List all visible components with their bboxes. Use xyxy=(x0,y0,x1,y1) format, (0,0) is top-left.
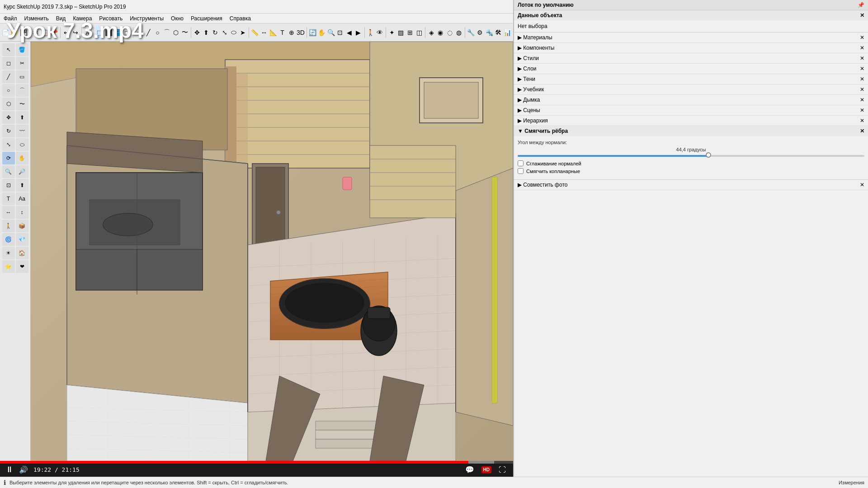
tb-followme[interactable]: ➤ xyxy=(238,26,247,39)
tb-copy[interactable]: 📋 xyxy=(40,26,49,39)
tb-erase[interactable]: ◻ xyxy=(123,26,132,39)
tb-ruby4[interactable]: 🛠 xyxy=(494,26,503,39)
lt-sun[interactable]: ☀ xyxy=(2,247,15,259)
tb-cut[interactable]: ✂ xyxy=(31,26,40,39)
lt-gem[interactable]: 💎 xyxy=(16,233,28,246)
tb-arc[interactable]: ⌒ xyxy=(162,26,171,39)
lt-orbit[interactable]: ⟳ xyxy=(2,152,15,164)
tb-rectangle[interactable]: ▭ xyxy=(135,26,144,39)
panel-pin-icon[interactable]: 📌 xyxy=(858,2,864,8)
section-materials-close[interactable]: ✕ xyxy=(860,34,864,41)
tb-select[interactable]: ⬚ xyxy=(95,26,104,39)
lt-eraser[interactable]: ◻ xyxy=(2,57,15,70)
tb-standard1[interactable]: ◈ xyxy=(427,26,436,39)
section-components-close[interactable]: ✕ xyxy=(860,45,864,51)
tb-freehand[interactable]: 〜 xyxy=(180,26,189,39)
section-layers-close[interactable]: ✕ xyxy=(860,66,864,72)
tb-open[interactable]: 📂 xyxy=(10,26,19,39)
section-fog[interactable]: ▶ Дымка ✕ xyxy=(514,95,868,105)
fullscreen-button[interactable]: ⛶ xyxy=(497,464,508,476)
tb-print[interactable]: 🖨 xyxy=(83,26,92,39)
menu-file[interactable]: Файл xyxy=(0,14,21,23)
lt-zoom[interactable]: 🔍 xyxy=(2,165,15,178)
tb-line[interactable]: ╱ xyxy=(144,26,153,39)
soften-edges-close-icon[interactable]: ✕ xyxy=(860,128,864,134)
section-scenes-close[interactable]: ✕ xyxy=(860,107,864,113)
tb-sectionplane[interactable]: ✦ xyxy=(387,26,396,39)
section-styles-close[interactable]: ✕ xyxy=(860,55,864,61)
3d-viewport[interactable] xyxy=(31,42,513,461)
tb-polygon[interactable]: ⬡ xyxy=(171,26,180,39)
tb-redo[interactable]: ↪ xyxy=(71,26,80,39)
section-fog-close[interactable]: ✕ xyxy=(860,97,864,103)
section-hierarchy-close[interactable]: ✕ xyxy=(860,117,864,124)
tb-axis[interactable]: ⊕ xyxy=(287,26,296,39)
lt-star[interactable]: ⭐ xyxy=(2,260,15,273)
smooth-coplanar-checkbox[interactable] xyxy=(518,168,524,174)
object-data-close-icon[interactable]: ✕ xyxy=(860,12,864,19)
menu-draw[interactable]: Рисовать xyxy=(95,14,126,23)
tb-orbit[interactable]: 🔄 xyxy=(308,26,317,39)
object-data-header[interactable]: Данные объекта ✕ xyxy=(514,10,868,20)
lt-cloud[interactable]: 🏠 xyxy=(16,247,28,259)
section-scenes[interactable]: ▶ Сцены ✕ xyxy=(514,105,868,116)
tb-zoomextent[interactable]: ⊡ xyxy=(335,26,344,39)
tb-displaysection[interactable]: ◫ xyxy=(415,26,424,39)
section-match-photo[interactable]: ▶ Совместить фото ✕ xyxy=(514,180,868,190)
tb-scale[interactable]: ⤡ xyxy=(220,26,229,39)
lt-select[interactable]: ↖ xyxy=(2,43,15,56)
tb-component[interactable]: ⬛ xyxy=(104,26,113,39)
tb-standard4[interactable]: ◍ xyxy=(454,26,463,39)
tb-new[interactable]: 📄 xyxy=(1,26,10,39)
section-shadows-close[interactable]: ✕ xyxy=(860,76,864,82)
tb-rotate[interactable]: ↻ xyxy=(211,26,220,39)
lt-section[interactable]: ⬆ xyxy=(16,179,28,192)
tb-ruby5[interactable]: 📊 xyxy=(503,26,512,39)
section-tutorial-close[interactable]: ✕ xyxy=(860,86,864,93)
lt-tape[interactable]: ✂ xyxy=(16,57,28,70)
tb-pan[interactable]: ✋ xyxy=(317,26,326,39)
lt-pan[interactable]: ✋ xyxy=(16,152,28,164)
tb-paint[interactable]: 🪣 xyxy=(113,26,123,39)
section-styles[interactable]: ▶ Стили ✕ xyxy=(514,53,868,64)
menu-camera[interactable]: Камера xyxy=(69,14,95,23)
lt-free[interactable]: 〜 xyxy=(16,98,28,110)
tb-protractor[interactable]: 📐 xyxy=(269,26,278,39)
lt-polygon[interactable]: ⬡ xyxy=(2,98,15,110)
section-hierarchy[interactable]: ▶ Иерархия ✕ xyxy=(514,116,868,126)
tb-nextview[interactable]: ▶ xyxy=(354,26,363,39)
tb-standard2[interactable]: ◉ xyxy=(436,26,445,39)
lt-3dtext[interactable]: Aa xyxy=(16,192,28,205)
lt-paint[interactable]: 🪣 xyxy=(16,43,28,56)
lt-scale[interactable]: ⤡ xyxy=(2,138,15,151)
tb-circle[interactable]: ○ xyxy=(153,26,162,39)
lt-offset[interactable]: ⬭ xyxy=(16,138,28,151)
lt-walk[interactable]: 🚶 xyxy=(2,220,15,232)
angle-slider-track[interactable] xyxy=(518,155,864,157)
tb-save[interactable]: 💾 xyxy=(19,26,28,39)
menu-extensions[interactable]: Расширения xyxy=(187,14,226,23)
menu-window[interactable]: Окно xyxy=(167,14,187,23)
lt-pushpull[interactable]: ⬆ xyxy=(16,111,28,124)
video-progress-bar[interactable] xyxy=(0,461,513,464)
section-match-photo-close[interactable]: ✕ xyxy=(860,182,864,188)
tb-undo[interactable]: ↩ xyxy=(62,26,71,39)
lt-lookat[interactable]: 📦 xyxy=(16,220,28,232)
section-materials[interactable]: ▶ Материалы ✕ xyxy=(514,33,868,43)
tb-walkthrough[interactable]: 🚶 xyxy=(366,26,375,39)
menu-view[interactable]: Вид xyxy=(52,14,70,23)
tb-lookat[interactable]: 👁 xyxy=(375,26,384,39)
tb-dimension[interactable]: ↔ xyxy=(259,26,269,39)
lt-zoomwin[interactable]: ⊡ xyxy=(2,179,15,192)
subtitles-button[interactable]: 💬 xyxy=(463,464,476,476)
tb-tape[interactable]: 📏 xyxy=(250,26,259,39)
lt-sky[interactable]: 🌀 xyxy=(2,233,15,246)
lt-rect[interactable]: ▭ xyxy=(16,70,28,83)
lt-rotate[interactable]: ↻ xyxy=(2,125,15,137)
angle-slider-thumb[interactable] xyxy=(706,152,711,158)
tb-ruby1[interactable]: 🔧 xyxy=(467,26,476,39)
section-layers[interactable]: ▶ Слои ✕ xyxy=(514,64,868,74)
lt-followme[interactable]: 〰 xyxy=(16,125,28,137)
lt-circle[interactable]: ○ xyxy=(2,84,15,97)
section-components[interactable]: ▶ Компоненты ✕ xyxy=(514,43,868,53)
